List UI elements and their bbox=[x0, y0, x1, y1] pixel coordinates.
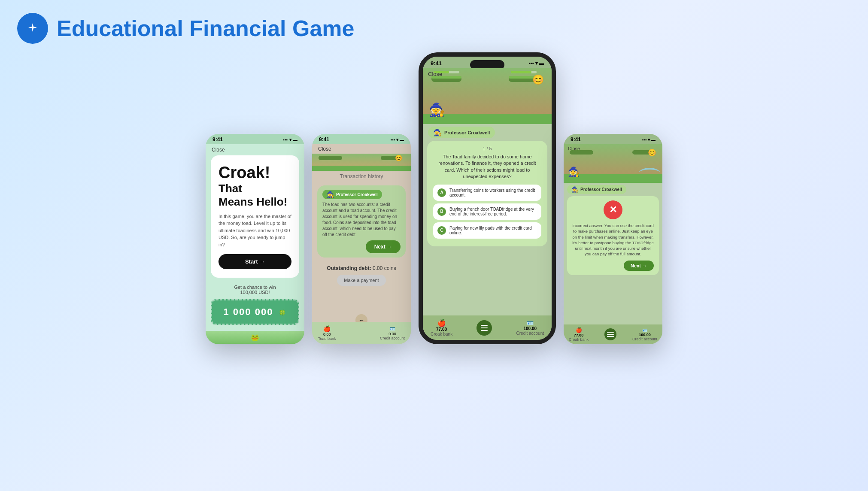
win-section: Get a chance to win 100,000 USD! 1 000 0… bbox=[206, 278, 304, 328]
quiz-card-3: 1 / 5 The Toad family decided to do some… bbox=[427, 141, 547, 246]
smiley-enemy-3: 😊 bbox=[532, 74, 544, 85]
smiley-2: 😊 bbox=[395, 155, 402, 161]
incorrect-x-icon: ✕ bbox=[604, 200, 622, 219]
battery-icon-1: ▬ bbox=[293, 137, 297, 142]
header: Educational Financial Game bbox=[0, 0, 868, 57]
croak-title: Croak! bbox=[219, 164, 291, 182]
time-3: 9:41 bbox=[431, 60, 442, 67]
option-b-letter: B bbox=[437, 207, 446, 216]
welcome-description: In this game, you are the master of the … bbox=[219, 213, 291, 249]
platform-4a bbox=[570, 150, 593, 155]
bottom-scene-1: 🐸 bbox=[206, 331, 304, 344]
money-bill: 1 000 000 🍀 bbox=[211, 299, 299, 325]
time-1: 9:41 bbox=[212, 136, 223, 142]
toad-character-3: 🧙 bbox=[429, 102, 445, 117]
bottom-bar-3: 🍎 77.00 Croak bank 🪪 100.00 Credit accou… bbox=[423, 315, 552, 340]
transaction-header: Transaction history bbox=[312, 171, 411, 182]
phone-welcome: 9:41 ▪▪▪ ▾ ▬ Close Croak! That Means Hel… bbox=[206, 134, 304, 344]
quiz-progress: 1 / 5 bbox=[433, 146, 541, 151]
quiz-question: The Toad family decided to do some home … bbox=[433, 154, 541, 180]
menu-line-1 bbox=[481, 325, 488, 326]
debt-label: Outstanding debt: 0.00 coins bbox=[317, 265, 406, 271]
professor-text-2: The toad has two accounts: a credit acco… bbox=[322, 202, 401, 238]
app-title: Educational Financial Game bbox=[57, 15, 355, 41]
professor-tag-4: 🧙 Professor Croakwell bbox=[567, 185, 626, 194]
phone-quiz: 9:41 ▪▪▪ ▾ ▬ Close bbox=[419, 52, 556, 344]
status-bar-4: 9:41 ▪▪▪ ▾ ▬ bbox=[564, 134, 662, 144]
ground-2 bbox=[312, 166, 411, 171]
menu-line-3 bbox=[481, 330, 488, 331]
quiz-option-c[interactable]: C Paying for new lily pads with the cred… bbox=[433, 222, 541, 239]
hp-bar-right bbox=[511, 71, 537, 73]
app-logo bbox=[17, 13, 48, 44]
game-bg-3: Close 🧙 😊 bbox=[423, 68, 552, 124]
status-bar-1: 9:41 ▪▪▪ ▾ ▬ bbox=[206, 134, 304, 144]
phone-transaction: 9:41 ▪▪▪ ▾ ▬ Close 😊 Transaction history… bbox=[312, 134, 411, 344]
quiz-option-a[interactable]: A Transferring coins to workers using th… bbox=[433, 185, 541, 201]
credit-display-2: 🪪 0.00 Credit account bbox=[380, 326, 405, 340]
phone-incorrect: 9:41 ▪▪▪ ▾ ▬ Close 🧙 😊 🧙 Professor Croak… bbox=[564, 134, 662, 344]
time-2: 9:41 bbox=[319, 136, 329, 142]
welcome-card: Croak! That Means Hello! In this game, y… bbox=[211, 155, 299, 278]
win-text: Get a chance to win 100,000 USD! bbox=[211, 285, 299, 295]
quiz-option-b[interactable]: B Buying a french door TOADfridge at the… bbox=[433, 203, 541, 220]
debt-section: Outstanding debt: 0.00 coins Make a paym… bbox=[312, 261, 411, 290]
status-icons-3: ▪▪▪ ▾ ▬ bbox=[529, 61, 544, 66]
status-bar-2: 9:41 ▪▪▪ ▾ ▬ bbox=[312, 134, 411, 144]
payment-button[interactable]: Make a payment bbox=[337, 275, 385, 286]
platform-2a bbox=[319, 156, 342, 160]
incorrect-feedback-text: Incorrect answer. You can use the credit… bbox=[572, 223, 654, 257]
incorrect-card-4: ✕ Incorrect answer. You can use the cred… bbox=[567, 196, 659, 275]
professor-bubble-2: 🧙 Professor Croakwell The toad has two a… bbox=[317, 185, 406, 258]
close-button-1[interactable]: Close bbox=[206, 144, 304, 155]
status-icons-2: ▪▪▪ ▾ ▬ bbox=[391, 137, 404, 142]
next-button-2[interactable]: Next → bbox=[366, 240, 401, 253]
option-c-letter: C bbox=[437, 226, 446, 235]
next-button-4[interactable]: Next → bbox=[624, 261, 654, 271]
toad-bank-display-2: 🍎 0.00 Toad bank bbox=[318, 325, 336, 341]
bottom-bar-4: 🍎 77.00 Croak bank 🪪 100.00 Credit accou… bbox=[564, 324, 662, 344]
menu-line-2 bbox=[481, 327, 488, 328]
smiley-enemy-4: 😊 bbox=[648, 149, 656, 157]
phones-showcase: 9:41 ▪▪▪ ▾ ▬ Close Croak! That Means Hel… bbox=[0, 52, 868, 344]
credit-display-4: 🪪 100.00 Credit account bbox=[632, 328, 657, 341]
status-icons-1: ▪▪▪ ▾ ▬ bbox=[283, 137, 297, 142]
game-bg-4: Close 🧙 😊 bbox=[564, 144, 662, 183]
close-button-2[interactable]: Close bbox=[312, 144, 411, 154]
menu-button-3[interactable] bbox=[476, 320, 492, 336]
toad-character-4: 🧙 bbox=[568, 167, 580, 178]
rainbow-4 bbox=[639, 168, 660, 179]
time-4: 9:41 bbox=[571, 136, 581, 142]
status-icons-4: ▪▪▪ ▾ ▬ bbox=[642, 137, 656, 142]
toad-bank-display-4: 🍎 77.00 Croak bank bbox=[569, 327, 589, 342]
signal-icon-1: ▪▪▪ bbox=[283, 137, 288, 142]
toad-bank-display-3: 🍎 77.00 Croak bank bbox=[431, 319, 452, 336]
credit-display-3: 🪪 100.00 Credit account bbox=[516, 320, 544, 336]
start-button[interactable]: Start → bbox=[219, 254, 291, 269]
professor-tag-3: 🧙 Professor Croakwell bbox=[428, 127, 495, 138]
option-a-letter: A bbox=[437, 188, 446, 197]
game-bg-2: 😊 bbox=[312, 154, 411, 171]
professor-tag-2: 🧙 Professor Croakwell bbox=[322, 190, 382, 199]
status-bar-3: 9:41 ▪▪▪ ▾ ▬ bbox=[423, 57, 552, 68]
menu-button-4[interactable] bbox=[604, 328, 616, 340]
close-label-3[interactable]: Close bbox=[428, 71, 442, 77]
bottom-bar-2: 🍎 0.00 Toad bank 🪪 0.00 Credit account bbox=[312, 322, 411, 344]
wifi-icon-1: ▾ bbox=[289, 137, 291, 142]
croak-subtitle: That Means Hello! bbox=[219, 182, 291, 209]
